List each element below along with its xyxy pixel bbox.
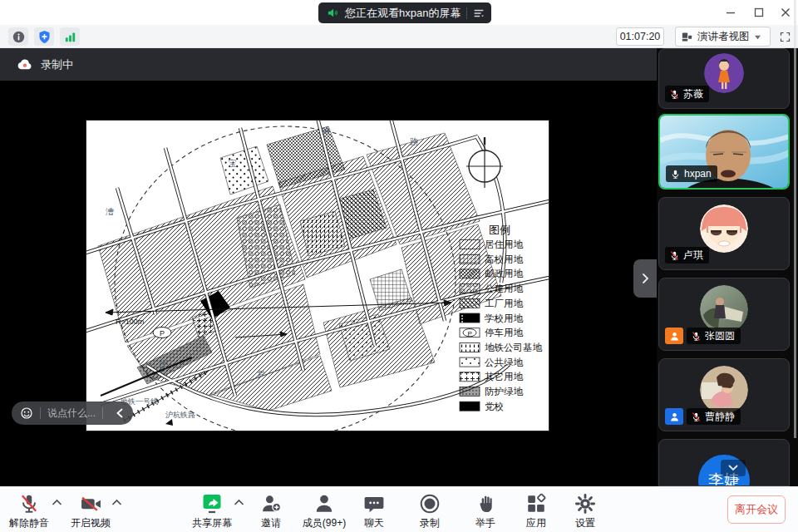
security-button[interactable]: [34, 27, 54, 46]
chevron-left-icon: [116, 408, 124, 418]
svg-text:R=100m: R=100m: [116, 318, 144, 326]
scroll-more-indicator[interactable]: [721, 460, 746, 476]
gear-icon: [574, 493, 596, 515]
sidebar-collapse-handle[interactable]: [633, 259, 657, 298]
view-mode-selector[interactable]: 演讲者视图: [675, 27, 771, 47]
maximize-button[interactable]: [746, 3, 771, 22]
minimize-button[interactable]: [718, 3, 743, 22]
shared-slide: P 漕 宝 路 路 罗 莲 地铁一号线 沪杭铁路 R=100m: [86, 120, 549, 431]
participant-name: hxpan: [684, 168, 712, 180]
chevron-right-icon: [641, 273, 649, 284]
chat-button[interactable]: 聊天: [347, 491, 401, 530]
participant-tile[interactable]: 曹静静: [658, 358, 790, 431]
svg-text:图例: 图例: [489, 224, 510, 236]
fullscreen-icon: [779, 31, 791, 43]
apps-grid-icon: [525, 493, 547, 515]
chevron-down-icon: [754, 34, 761, 40]
shared-screen: 录制中: [0, 48, 657, 486]
network-quality-button[interactable]: [60, 27, 80, 46]
pill-divider: [40, 407, 41, 419]
view-mode-label: 演讲者视图: [697, 30, 750, 44]
fullscreen-button[interactable]: [775, 27, 795, 46]
speaker-icon: [327, 7, 339, 19]
svg-text:路: 路: [410, 137, 418, 146]
participant-name: 曹静静: [705, 410, 735, 424]
record-icon: [419, 493, 441, 515]
chevron-down-icon: [728, 465, 738, 471]
participant-name: 张圆圆: [705, 329, 735, 343]
banner-divider: [466, 7, 467, 19]
settings-button[interactable]: 设置: [559, 491, 612, 530]
invite-button[interactable]: 邀请: [244, 491, 298, 530]
leave-meeting-button[interactable]: 离开会议: [727, 495, 786, 524]
avatar: [700, 204, 748, 253]
quick-chat-pill[interactable]: 说点什么...: [12, 401, 133, 425]
apps-button[interactable]: 应用: [510, 491, 563, 530]
svg-text:公建用地: 公建用地: [485, 283, 524, 293]
control-bar: 解除静音 开启视频 共享屏幕: [0, 486, 798, 532]
participant-tile[interactable]: 张圆圆: [658, 278, 790, 351]
participant-name: 苏薇: [683, 87, 703, 101]
video-options-chevron[interactable]: [111, 499, 123, 509]
emoji-icon[interactable]: [20, 406, 33, 420]
cohost-badge: [665, 408, 683, 425]
chat-input[interactable]: 说点什么...: [47, 406, 96, 421]
svg-text:防护绿地: 防护绿地: [485, 387, 524, 397]
participant-tile[interactable]: 卢琪: [658, 197, 790, 270]
collapse-chat-button[interactable]: [110, 403, 130, 423]
window-titlebar: 您正在观看hxpan的屏幕: [0, 0, 798, 25]
svg-text:高校用地: 高校用地: [485, 254, 524, 264]
host-badge: [665, 328, 683, 344]
members-button[interactable]: 成员(99+): [298, 491, 351, 530]
audio-options-chevron[interactable]: [52, 499, 63, 509]
recording-label: 录制中: [41, 57, 73, 72]
avatar: [700, 366, 748, 414]
raise-hand-button[interactable]: 举手: [459, 491, 512, 530]
svg-text:党校: 党校: [485, 401, 504, 411]
participant-tile[interactable]: hxpan: [658, 114, 790, 190]
watching-banner[interactable]: 您正在观看hxpan的屏幕: [318, 2, 491, 23]
shield-icon: [37, 30, 52, 44]
signal-bars-icon: [63, 30, 77, 44]
muted-mic-icon: [18, 493, 40, 515]
meeting-info-button[interactable]: [8, 27, 28, 46]
svg-text:工厂用地: 工厂用地: [485, 298, 524, 308]
muted-mic-icon: [669, 250, 680, 261]
share-options-chevron[interactable]: [234, 499, 245, 509]
svg-text:其它用地: 其它用地: [485, 372, 524, 382]
avatar: [700, 285, 748, 333]
svg-text:沪杭铁路: 沪杭铁路: [165, 411, 195, 419]
svg-text:居住用地: 居住用地: [485, 239, 524, 249]
svg-text:罗: 罗: [257, 370, 265, 379]
raise-hand-icon: [475, 493, 495, 515]
participant-name: 卢琪: [683, 249, 703, 263]
svg-text:公共绿地: 公共绿地: [485, 357, 524, 367]
land-use-map: P 漕 宝 路 路 罗 莲 地铁一号线 沪杭铁路 R=100m: [86, 120, 549, 431]
svg-text:地铁公司基地: 地铁公司基地: [485, 342, 543, 352]
unmute-button[interactable]: 解除静音: [2, 491, 56, 530]
svg-text:宝: 宝: [229, 159, 237, 168]
participant-tile[interactable]: 李婕: [658, 439, 790, 486]
share-screen-button[interactable]: 共享屏幕: [185, 491, 239, 530]
muted-mic-icon: [669, 89, 680, 100]
banner-menu-icon[interactable]: [473, 7, 485, 19]
svg-text:漕: 漕: [106, 207, 114, 216]
watching-banner-label: 您正在观看hxpan的屏幕: [345, 6, 461, 21]
record-button[interactable]: 录制: [403, 491, 456, 530]
start-video-button[interactable]: 开启视频: [64, 491, 117, 530]
participant-tile[interactable]: 苏薇: [658, 48, 790, 109]
mic-icon: [670, 169, 681, 180]
sidebar-scrollbar[interactable]: [794, 0, 796, 438]
recording-bar: 录制中: [0, 48, 657, 81]
person-icon: [669, 411, 680, 422]
avatar: [704, 53, 744, 93]
cloud-recording-icon: [17, 58, 33, 71]
chat-bubble-icon: [363, 493, 385, 515]
svg-text:路: 路: [322, 126, 330, 135]
participants-sidebar: 苏薇: [657, 48, 798, 486]
members-icon: [313, 493, 335, 515]
meeting-window: 您正在观看hxpan的屏幕: [0, 0, 798, 532]
meeting-toolbar: 01:07:20 演讲者视图: [0, 25, 798, 48]
invite-person-icon: [260, 493, 283, 515]
svg-text:莲: 莲: [159, 360, 167, 369]
